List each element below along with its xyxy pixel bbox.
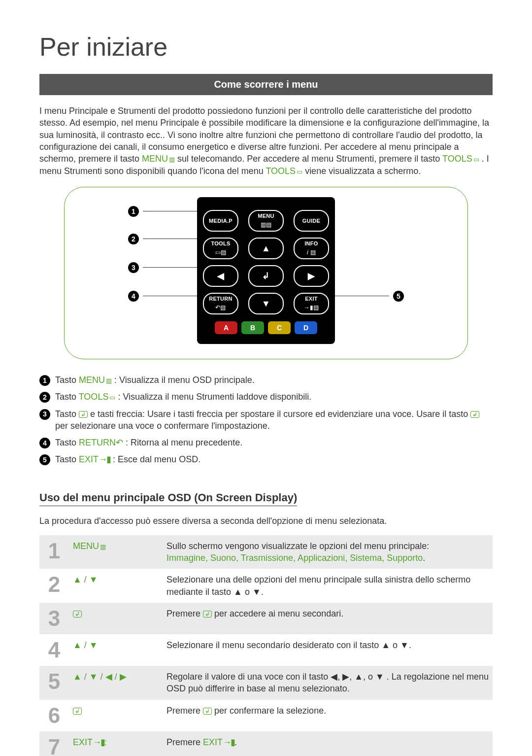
step-number: 6 [39, 700, 69, 731]
menu-keyword: MENU [142, 154, 175, 164]
step-key: ▲ / ▼ [69, 569, 163, 603]
legend-item-3: 3 Tasto e tasti freccia: Usare i tasti f… [39, 408, 493, 432]
tools-icon [472, 154, 479, 164]
callout-3: 3 [128, 262, 197, 273]
exit-button: EXIT→▮▤ [294, 293, 329, 314]
step-row: 4 ▲ / ▼ Selezionare il menu secondario d… [39, 634, 493, 666]
return-button: RETURN↶▤ [203, 293, 238, 314]
tools-button: TOOLS▭▤ [203, 238, 238, 259]
step-number: 2 [39, 569, 69, 603]
exit-keyword: EXIT [79, 454, 110, 464]
legend-item-1: 1 Tasto MENU : Visualizza il menu OSD pr… [39, 374, 493, 386]
exit-icon [223, 737, 234, 747]
step-number: 7 [39, 731, 69, 756]
down-button: ▼ [248, 293, 284, 314]
menu-icon [105, 375, 112, 385]
step-desc: Selezionare il menu secondario desiderat… [163, 634, 493, 666]
menu-icon [168, 154, 175, 164]
step-key: EXIT: [69, 731, 163, 756]
legend-list: 1 Tasto MENU : Visualizza il menu OSD pr… [39, 374, 493, 466]
c-button: C [268, 321, 291, 334]
enter-icon [73, 708, 82, 715]
enter-icon [203, 611, 212, 618]
return-keyword: RETURN [79, 438, 123, 447]
media-p-button: MEDIA.P [203, 210, 238, 232]
up-button: ▲ [248, 238, 284, 259]
enter-button: ↲ [248, 265, 284, 287]
enter-icon [79, 411, 88, 418]
remote-body: 1 2 3 4 5 MEDIA.P MENU▥▤ GUIDE [197, 197, 335, 344]
legend-item-4: 4 Tasto RETURN : Ritorna al menu precede… [39, 437, 493, 448]
b-button: B [241, 321, 264, 334]
step-key [69, 700, 163, 731]
exit-icon [93, 737, 104, 747]
return-icon [116, 438, 123, 447]
menu-options-keywords: Immagine, Suono, Trasmissione, Applicazi… [166, 553, 423, 563]
step-desc: Premere per confermare la selezione. [163, 700, 493, 731]
osd-subheading: Uso del menu principale OSD (On Screen D… [39, 490, 297, 507]
callout-1: 1 [128, 206, 197, 217]
a-button: A [215, 321, 237, 334]
step-row: 1 MENU Sullo schermo vengono visualizzat… [39, 535, 493, 569]
d-button: D [295, 321, 317, 334]
right-button: ▶ [294, 265, 329, 287]
enter-icon [203, 708, 212, 715]
step-row: 5 ▲ / ▼ / ◀ / ▶ Regolare il valore di un… [39, 666, 493, 700]
legend-item-2: 2 Tasto TOOLS : Visualizza il menu Strum… [39, 391, 493, 403]
enter-icon [73, 611, 82, 618]
step-number: 1 [39, 535, 69, 569]
callout-5: 5 [335, 291, 404, 302]
step-key: ▲ / ▼ [69, 634, 163, 666]
step-desc: Premere per accedere ai menu secondari. [163, 603, 493, 634]
enter-icon [470, 411, 479, 418]
step-desc: Premere EXIT. [163, 731, 493, 756]
step-row: 2 ▲ / ▼ Selezionare una delle opzioni de… [39, 569, 493, 603]
tools-keyword: TOOLS [442, 154, 479, 164]
intro-text: viene visualizzata a schermo. [305, 166, 421, 176]
step-number: 4 [39, 634, 69, 666]
menu-icon [99, 541, 106, 551]
step-key: MENU [69, 535, 163, 569]
step-key: ▲ / ▼ / ◀ / ▶ [69, 666, 163, 700]
steps-table: 1 MENU Sullo schermo vengono visualizzat… [39, 535, 493, 756]
info-button: INFOi ▤ [294, 238, 329, 259]
step-desc: Regolare il valore di una voce con il ta… [163, 666, 493, 700]
step-row: 6 Premere per confermare la selezione. [39, 700, 493, 731]
tools-keyword: TOOLS [266, 166, 302, 176]
step-number: 5 [39, 666, 69, 700]
osd-subintro: La procedura d'accesso può essere divers… [39, 515, 493, 527]
section-bar: Come scorrere i menu [39, 74, 493, 95]
step-key [69, 603, 163, 634]
remote-diagram: 1 2 3 4 5 MEDIA.P MENU▥▤ GUIDE [64, 187, 468, 359]
callout-4: 4 [128, 291, 197, 302]
legend-item-5: 5 Tasto EXIT : Esce dal menu OSD. [39, 453, 493, 465]
step-row: 3 Premere per accedere ai menu secondari… [39, 603, 493, 634]
step-desc: Sullo schermo vengono visualizzate le op… [163, 535, 493, 569]
left-button: ◀ [203, 265, 238, 287]
menu-button: MENU▥▤ [248, 210, 284, 232]
callout-2: 2 [128, 234, 197, 244]
guide-button: GUIDE [294, 210, 329, 232]
page-title: Per iniziare [39, 30, 493, 64]
tools-keyword: TOOLS [79, 392, 116, 402]
menu-keyword: MENU [79, 375, 112, 385]
abcd-row: A B C D [203, 321, 329, 334]
exit-icon [99, 454, 110, 464]
step-row: 7 EXIT: Premere EXIT. [39, 731, 493, 756]
tools-icon [296, 166, 302, 176]
tools-icon [108, 392, 115, 402]
intro-paragraph: I menu Principale e Strumenti del prodot… [39, 105, 493, 177]
step-number: 3 [39, 603, 69, 634]
step-desc: Selezionare una delle opzioni del menu p… [163, 569, 493, 603]
intro-text: sul telecomando. Per accedere al menu St… [177, 154, 442, 164]
